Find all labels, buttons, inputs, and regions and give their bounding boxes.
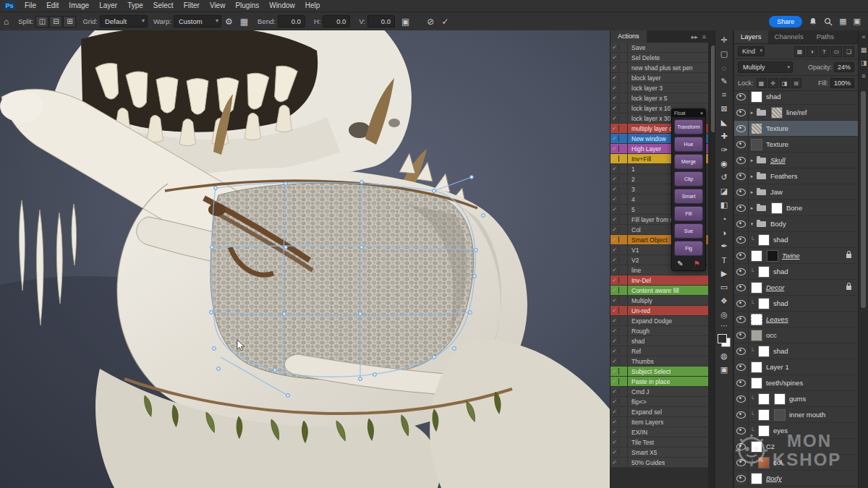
visibility-toggle[interactable] [734, 153, 749, 168]
home-icon[interactable]: ⌂ [0, 17, 12, 27]
layer-thumbnail[interactable] [758, 346, 770, 357]
action-check-icon[interactable]: ✓ [610, 429, 619, 435]
visibility-toggle[interactable] [734, 359, 749, 374]
action-row[interactable]: ✓ block layer [610, 73, 708, 83]
action-row[interactable]: ✓ Tile Test [610, 437, 708, 448]
action-row[interactable]: ✓ Smart X5 [610, 448, 708, 458]
gradient-tool[interactable]: ◧ [716, 198, 732, 212]
visibility-toggle[interactable] [734, 343, 749, 359]
action-row[interactable]: ✓ Content aware fill [610, 286, 708, 296]
action-check-icon[interactable]: ✓ [610, 317, 619, 324]
layer-name[interactable]: gums [788, 395, 855, 403]
layer-name[interactable]: Bone [785, 204, 855, 212]
layer-row[interactable]: └ ▾ Body [734, 216, 858, 232]
visibility-toggle[interactable] [734, 264, 749, 279]
layer-name[interactable]: C2 [765, 442, 855, 450]
action-dialog-toggle[interactable] [619, 245, 628, 254]
layer-name[interactable]: line/ref [785, 108, 855, 116]
action-check-icon[interactable]: ✓ [610, 348, 619, 354]
visibility-toggle[interactable] [734, 471, 749, 486]
menu-item[interactable]: View [205, 0, 231, 12]
action-check-icon[interactable]: ✓ [610, 135, 619, 142]
numeric-field[interactable]: 0.0 [323, 15, 350, 27]
split-mode-button[interactable]: ⊟ [49, 16, 62, 27]
layer-mask-thumbnail[interactable] [767, 250, 778, 262]
layer-row[interactable]: └ teeth/spines [734, 375, 858, 391]
pen-tool[interactable]: ✒ [716, 239, 732, 253]
shape-tool[interactable]: ▭ [716, 281, 732, 294]
menu-item[interactable]: Filter [179, 0, 205, 12]
visibility-toggle[interactable] [734, 137, 749, 152]
action-check-icon[interactable]: ✓ [610, 74, 619, 81]
workspace-icon[interactable]: ▦ [839, 17, 846, 26]
group-expand-icon[interactable]: ▾ [749, 221, 755, 227]
action-dialog-toggle[interactable] [619, 417, 628, 427]
layer-thumbnail[interactable] [751, 250, 762, 262]
action-check-icon[interactable]: ✓ [610, 267, 619, 273]
commit-transform-icon[interactable]: ✓ [438, 17, 452, 27]
layer-name[interactable]: shad [772, 267, 855, 275]
layer-thumbnail[interactable] [751, 282, 762, 294]
float-action-button[interactable]: Smart [674, 189, 703, 204]
action-check-icon[interactable]: ✓ [610, 115, 619, 121]
action-dialog-toggle[interactable] [619, 448, 628, 457]
action-check-icon[interactable]: ✓ [610, 358, 619, 364]
action-dialog-toggle[interactable] [619, 326, 628, 335]
action-dialog-toggle[interactable] [619, 407, 628, 416]
layer-row[interactable]: └ C2 [734, 439, 858, 455]
layer-row[interactable]: └ ▸ Bone [734, 200, 858, 216]
action-check-icon[interactable]: ✓ [610, 196, 619, 202]
menu-item[interactable]: Layer [94, 0, 122, 12]
canvas-artwork[interactable] [0, 30, 610, 488]
action-check-icon[interactable]: ✓ [610, 125, 619, 132]
layer-row[interactable]: └ Decor [734, 280, 858, 296]
layer-name[interactable]: col [772, 458, 855, 466]
menu-item[interactable]: Plugins [230, 0, 264, 12]
layer-row[interactable]: └ shad [734, 89, 858, 105]
action-check-icon[interactable]: ✓ [610, 95, 619, 101]
action-dialog-toggle[interactable] [619, 387, 628, 396]
action-check-icon[interactable]: ✓ [610, 287, 619, 294]
action-check-icon[interactable]: ✓ [610, 155, 619, 162]
layer-thumbnail[interactable] [751, 91, 762, 103]
path-select-tool[interactable]: ▶ [716, 267, 732, 281]
action-check-icon[interactable]: ✓ [610, 307, 619, 314]
brush-tool[interactable]: ✑ [716, 143, 732, 157]
layer-thumbnail[interactable] [751, 441, 762, 453]
frame-tool[interactable]: ⊠ [716, 102, 732, 116]
action-dialog-toggle[interactable] [619, 154, 628, 163]
action-check-icon[interactable]: ✓ [610, 186, 619, 192]
grid-select[interactable]: Default [100, 15, 148, 27]
layer-thumbnail[interactable] [758, 234, 770, 246]
menu-item[interactable]: Type [122, 0, 148, 12]
numeric-field[interactable]: 0.0 [278, 15, 305, 27]
action-dialog-toggle[interactable] [619, 265, 628, 275]
layer-name[interactable]: Texture [765, 124, 855, 132]
action-dialog-toggle[interactable] [619, 114, 628, 123]
visibility-toggle[interactable] [734, 423, 749, 438]
action-dialog-toggle[interactable] [619, 53, 628, 62]
history-brush-tool[interactable]: ↺ [716, 171, 732, 184]
visibility-toggle[interactable] [734, 200, 749, 215]
action-dialog-toggle[interactable] [619, 103, 628, 113]
action-dialog-toggle[interactable] [619, 377, 628, 386]
action-check-icon[interactable]: ✓ [610, 105, 619, 111]
action-row[interactable]: ✓ Sel Delete [610, 53, 708, 63]
visibility-toggle[interactable] [734, 296, 749, 311]
action-check-icon[interactable]: ✓ [610, 236, 619, 243]
dodge-tool[interactable]: ◑ [716, 226, 732, 239]
close-icon[interactable]: × [700, 111, 703, 116]
layer-name[interactable]: shad [765, 93, 855, 100]
layer-name[interactable]: Body [765, 474, 855, 482]
eyedropper-tool[interactable]: ◣ [716, 116, 732, 129]
canvas-area[interactable] [0, 30, 610, 488]
layer-name[interactable]: occ [765, 331, 855, 339]
menu-item[interactable]: Image [64, 0, 94, 12]
action-check-icon[interactable]: ✓ [610, 176, 619, 182]
layer-name[interactable]: shad [772, 236, 855, 244]
action-dialog-toggle[interactable] [619, 286, 628, 295]
panel-tab[interactable]: Channels [768, 30, 810, 43]
quick-mask-icon[interactable]: ◍ [716, 349, 732, 363]
layer-thumbnail[interactable] [758, 425, 770, 437]
edit-toolbar-icon[interactable]: ⋯ [720, 322, 728, 332]
